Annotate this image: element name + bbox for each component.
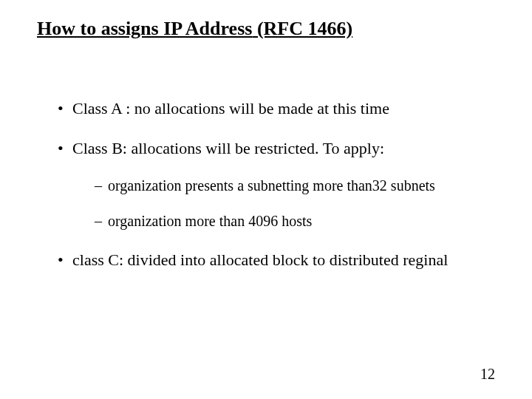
sub-bullet-list: organization presents a subnetting more … bbox=[72, 177, 495, 230]
slide-title: How to assigns IP Address (RFC 1466) bbox=[37, 18, 495, 40]
title-main: How to assigns IP Address bbox=[37, 18, 252, 39]
bullet-class-b-text: Class B: allocations will be restricted.… bbox=[72, 139, 384, 157]
bullet-list: Class A : no allocations will be made at… bbox=[37, 99, 495, 270]
slide: How to assigns IP Address (RFC 1466) Cla… bbox=[0, 0, 532, 399]
bullet-class-c: class C: divided into allocated block to… bbox=[58, 250, 495, 270]
sub-bullet-1: organization presents a subnetting more … bbox=[95, 177, 495, 194]
bullet-class-b: Class B: allocations will be restricted.… bbox=[58, 139, 495, 229]
title-suffix: (RFC 1466) bbox=[252, 18, 352, 39]
sub-bullet-2: organization more than 4096 hosts bbox=[95, 212, 495, 230]
bullet-class-a: Class A : no allocations will be made at… bbox=[58, 99, 495, 118]
page-number: 12 bbox=[480, 366, 495, 383]
